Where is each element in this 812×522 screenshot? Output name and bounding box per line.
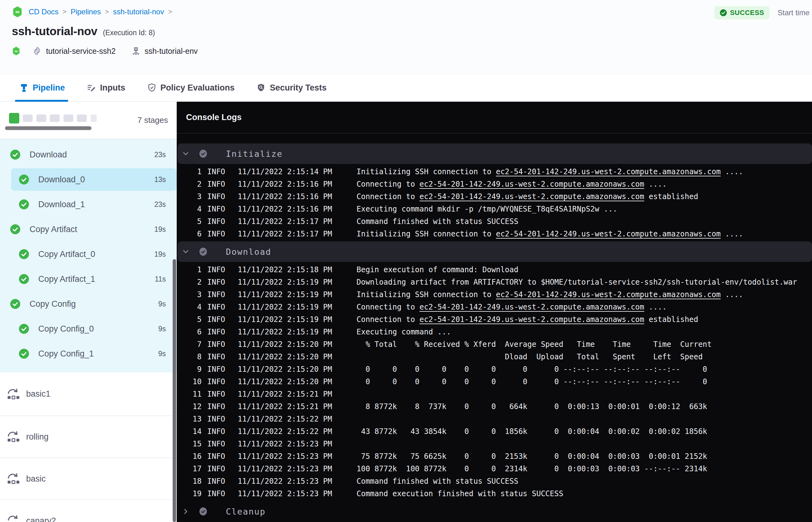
log-message: Command execution finished with status S… [357, 489, 564, 498]
stage-label: Download [29, 150, 67, 160]
log-host-link[interactable]: ec2-54-201-142-249.us-west-2.compute.ama… [419, 192, 644, 201]
log-section-name: Cleanup [226, 507, 266, 516]
log-level: INFO [207, 489, 226, 498]
status-badge: SUCCESS [714, 6, 769, 19]
log-host-link[interactable]: ec2-54-201-142-249.us-west-2.compute.ama… [496, 167, 720, 176]
log-line: 7INFO11/11/2022 2:15:20 PM % Total % Rec… [177, 338, 812, 350]
breadcrumb-link-pipelines[interactable]: Pipelines [70, 7, 101, 16]
log-timestamp: 11/11/2022 2:15:14 PM [238, 167, 335, 176]
breadcrumb-link-cd-docs[interactable]: CD Docs [28, 7, 59, 16]
stage-label: Copy Config [29, 299, 76, 309]
tab-policy-evaluations[interactable]: Policy Evaluations [147, 74, 235, 101]
vertical-scrollbar-thumb[interactable] [172, 259, 176, 522]
stage-square-complete [9, 113, 19, 123]
log-timestamp: 11/11/2022 2:15:19 PM [238, 315, 335, 324]
log-section-header-initialize[interactable]: Initialize [178, 143, 812, 164]
stage-label: Copy Artifact_1 [38, 274, 95, 284]
environment-chip[interactable]: ssh-tutorial-env [131, 46, 198, 56]
log-host-link[interactable]: ec2-54-201-142-249.us-west-2.compute.ama… [419, 180, 644, 188]
log-message: Begin execution of command: Download [357, 265, 518, 274]
log-host-link[interactable]: ec2-54-201-142-249.us-west-2.compute.ama… [419, 303, 644, 312]
chevron-down-icon[interactable] [182, 248, 189, 255]
environment-icon [131, 46, 141, 56]
log-line: 5INFO11/11/2022 2:15:17 PMCommand finish… [177, 215, 812, 228]
log-line-number: 8 [177, 353, 202, 361]
chevron-right-icon[interactable] [182, 508, 189, 515]
tab-security-tests[interactable]: Security Tests [256, 74, 327, 101]
success-check-icon [19, 199, 29, 209]
log-timestamp: 11/11/2022 2:15:23 PM [238, 464, 335, 473]
log-lines-download: 1INFO11/11/2022 2:15:18 PMBegin executio… [177, 262, 812, 501]
log-line: 17INFO11/11/2022 2:15:23 PM100 8772k 100… [177, 463, 812, 475]
shield-search-icon [256, 83, 266, 93]
service-chip[interactable]: tutorial-service-ssh2 [32, 46, 116, 56]
tab-pipeline[interactable]: Pipeline [19, 74, 65, 101]
stage-item-copy-artifact-1[interactable]: Copy Artifact_111s [0, 267, 177, 292]
log-timestamp: 11/11/2022 2:15:21 PM [238, 402, 335, 411]
log-message: 8 8772k 8 737k 0 0 664k 0 0:00:13 0:00:0… [357, 402, 707, 411]
section-success-icon [199, 248, 207, 256]
stage-duration: 9s [158, 325, 166, 333]
log-line: 14INFO11/11/2022 2:15:22 PM 43 8772k 43 … [177, 425, 812, 438]
check-circle-icon [719, 9, 727, 17]
log-level: INFO [207, 192, 226, 201]
log-section-header-download[interactable]: Download [178, 241, 812, 262]
log-line-number: 14 [177, 427, 202, 436]
log-line-number: 1 [177, 167, 202, 176]
log-line: 9INFO11/11/2022 2:15:20 PM 0 0 0 0 0 0 0… [177, 363, 812, 376]
log-message: Initializing SSH connection to ec2-54-20… [357, 290, 743, 299]
log-level: INFO [207, 402, 226, 411]
horizontal-scrollbar-thumb[interactable] [5, 126, 92, 130]
stage-item-copy-artifact-0[interactable]: Copy Artifact_019s [0, 242, 177, 267]
log-message: Connection to ec2-54-201-142-249.us-west… [357, 315, 698, 324]
stage-group-label: basic [26, 474, 46, 484]
stage-item-copy-config[interactable]: Copy Config9s [0, 292, 177, 316]
stage-label: Copy Artifact [29, 225, 77, 234]
stage-label: Download_0 [38, 175, 85, 184]
environment-name: ssh-tutorial-env [145, 47, 198, 56]
log-level: INFO [207, 290, 226, 299]
stage-group-item-canary2[interactable]: canary2 [0, 500, 177, 522]
log-message: 100 8772k 100 8772k 0 0 2314k 0 0:00:03 … [357, 464, 707, 473]
log-timestamp: 11/11/2022 2:15:23 PM [238, 452, 335, 461]
log-message: 0 0 0 0 0 0 0 0 --:--:-- --:--:-- --:--:… [357, 365, 707, 374]
stage-group-icon [6, 473, 21, 485]
log-line: 12INFO11/11/2022 2:15:21 PM 8 8772k 8 73… [177, 400, 812, 413]
log-host-link[interactable]: ec2-54-201-142-249.us-west-2.compute.ama… [496, 229, 720, 238]
stage-group-label: canary2 [26, 516, 56, 522]
log-host-link[interactable]: ec2-54-201-142-249.us-west-2.compute.ama… [419, 315, 644, 324]
log-line: 1INFO11/11/2022 2:15:14 PMInitializing S… [177, 165, 812, 178]
page-header: ∞ CD Docs > Pipelines > ssh-tutorial-nov… [0, 0, 812, 74]
tab-inputs[interactable]: Inputs [87, 74, 125, 101]
log-timestamp: 11/11/2022 2:15:22 PM [238, 415, 335, 423]
stage-item-copy-config-1[interactable]: Copy Config_19s [0, 341, 177, 366]
stage-group-item-rolling[interactable]: rolling [0, 416, 177, 458]
stage-square-pending [23, 115, 33, 122]
stage-item-download-1[interactable]: Download_123s [0, 192, 177, 217]
log-message: Connection to ec2-54-201-142-249.us-west… [357, 192, 698, 201]
stage-item-download[interactable]: Download23s [0, 142, 177, 167]
stage-duration: 13s [154, 176, 166, 184]
chevron-down-icon[interactable] [182, 150, 189, 157]
log-level: INFO [207, 477, 226, 486]
log-host-link[interactable]: ec2-54-201-142-249.us-west-2.compute.ama… [496, 290, 720, 299]
stage-item-download-0[interactable]: Download_013s [11, 168, 177, 191]
log-timestamp: 11/11/2022 2:15:17 PM [238, 229, 335, 238]
pipeline-icon [19, 83, 28, 93]
stage-group-item-basic1[interactable]: basic1 [0, 373, 177, 416]
log-level: INFO [207, 340, 226, 349]
log-level: INFO [207, 205, 226, 214]
stage-item-copy-artifact[interactable]: Copy Artifact19s [0, 217, 177, 242]
console-logs-title: Console Logs [186, 113, 242, 122]
log-message: Connecting to ec2-54-201-142-249.us-west… [357, 180, 667, 188]
log-line: 3INFO11/11/2022 2:15:16 PMConnection to … [177, 190, 812, 203]
success-check-icon [10, 224, 20, 234]
log-line-number: 6 [177, 327, 202, 336]
stage-square-pending [63, 115, 74, 122]
stage-item-copy-config-0[interactable]: Copy Config_09s [0, 316, 177, 341]
log-section-header-cleanup[interactable]: Cleanup [178, 501, 812, 522]
stage-group-label: basic1 [26, 389, 50, 399]
breadcrumb-link-pipeline-name[interactable]: ssh-tutorial-nov [113, 7, 164, 16]
stage-group-item-basic[interactable]: basic [0, 458, 177, 500]
log-line: 16INFO11/11/2022 2:15:23 PM 75 8772k 75 … [177, 450, 812, 463]
